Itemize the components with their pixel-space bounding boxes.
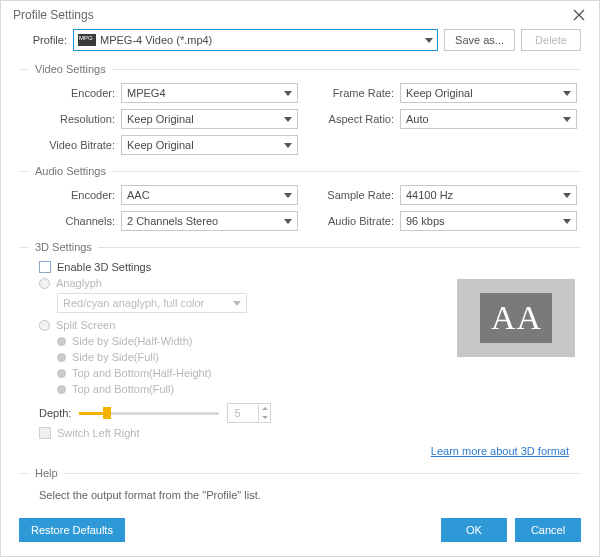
audio-group-title: Audio Settings — [35, 165, 106, 177]
split-opt-sbs-half: Side by Side(Half-Width) — [57, 335, 447, 347]
depth-label: Depth: — [39, 407, 71, 419]
chevron-down-icon — [563, 193, 571, 198]
chevron-down-icon — [284, 117, 292, 122]
depth-spinner: 5 — [227, 403, 271, 423]
profile-selected-text: MPEG-4 Video (*.mp4) — [100, 34, 212, 46]
split-opt-tab-half: Top and Bottom(Half-Height) — [57, 367, 447, 379]
audio-bitrate-label: Audio Bitrate: — [318, 215, 394, 227]
chevron-down-icon — [284, 219, 292, 224]
split-opt-tab-full: Top and Bottom(Full) — [57, 383, 447, 395]
audio-samplerate-label: Sample Rate: — [318, 189, 394, 201]
video-bitrate-select[interactable]: Keep Original — [121, 135, 298, 155]
checkbox-icon — [39, 427, 51, 439]
close-icon[interactable] — [571, 7, 587, 23]
footer: Restore Defaults OK Cancel — [1, 510, 599, 556]
radio-icon — [57, 337, 66, 346]
spinner-down-icon — [259, 413, 270, 422]
split-screen-radio: Split Screen — [39, 319, 447, 331]
audio-bitrate-select[interactable]: 96 kbps — [400, 211, 577, 231]
learn-more-3d-link[interactable]: Learn more about 3D format — [431, 445, 569, 457]
radio-icon — [57, 353, 66, 362]
audio-encoder-label: Encoder: — [39, 189, 115, 201]
cancel-button[interactable]: Cancel — [515, 518, 581, 542]
enable-3d-row[interactable]: Enable 3D Settings — [39, 261, 575, 273]
audio-encoder-select[interactable]: AAC — [121, 185, 298, 205]
radio-icon — [39, 278, 50, 289]
help-text: Select the output format from the "Profi… — [19, 487, 581, 501]
audio-samplerate-select[interactable]: 44100 Hz — [400, 185, 577, 205]
help-group: Help Select the output format from the "… — [19, 467, 581, 501]
delete-button: Delete — [521, 29, 581, 51]
video-encoder-select[interactable]: MPEG4 — [121, 83, 298, 103]
anaglyph-mode-select: Red/cyan anaglyph, full color — [57, 293, 247, 313]
chevron-down-icon — [563, 91, 571, 96]
profile-row: Profile: MPEG-4 Video (*.mp4) Save as...… — [19, 29, 581, 51]
video-resolution-label: Resolution: — [39, 113, 115, 125]
chevron-down-icon — [563, 219, 571, 224]
titlebar: Profile Settings — [1, 1, 599, 29]
radio-icon — [57, 369, 66, 378]
preview-letter-right: A — [517, 301, 542, 335]
video-framerate-select[interactable]: Keep Original — [400, 83, 577, 103]
radio-icon — [39, 320, 50, 331]
video-aspect-label: Aspect Ratio: — [318, 113, 394, 125]
split-opt-sbs-full: Side by Side(Full) — [57, 351, 447, 363]
depth-row: Depth: 5 — [39, 403, 575, 423]
switch-lr-row: Switch Left Right — [39, 427, 575, 439]
restore-defaults-button[interactable]: Restore Defaults — [19, 518, 125, 542]
chevron-down-icon — [284, 91, 292, 96]
chevron-down-icon — [425, 38, 433, 43]
window-title: Profile Settings — [13, 8, 94, 22]
anaglyph-radio: Anaglyph — [39, 277, 447, 289]
threeD-settings-group: 3D Settings Enable 3D Settings Anaglyph — [19, 241, 581, 457]
help-group-title: Help — [35, 467, 58, 479]
video-bitrate-label: Video Bitrate: — [39, 139, 115, 151]
depth-slider[interactable] — [79, 406, 219, 420]
preview-letter-left: A — [491, 301, 516, 335]
video-group-title: Video Settings — [35, 63, 106, 75]
video-framerate-label: Frame Rate: — [318, 87, 394, 99]
spinner-up-icon — [259, 404, 270, 413]
audio-channels-select[interactable]: 2 Channels Stereo — [121, 211, 298, 231]
chevron-down-icon — [233, 301, 241, 306]
threeD-preview: A A — [457, 279, 575, 357]
audio-channels-label: Channels: — [39, 215, 115, 227]
chevron-down-icon — [284, 193, 292, 198]
save-as-button[interactable]: Save as... — [444, 29, 515, 51]
mpeg-icon — [78, 34, 96, 46]
video-encoder-label: Encoder: — [39, 87, 115, 99]
slider-thumb[interactable] — [103, 407, 111, 419]
audio-settings-group: Audio Settings Encoder: AAC Channels: — [19, 165, 581, 231]
content-area: Profile: MPEG-4 Video (*.mp4) Save as...… — [1, 29, 599, 555]
video-settings-group: Video Settings Encoder: MPEG4 Resolution… — [19, 63, 581, 155]
threeD-preview-area: A A — [457, 277, 575, 399]
chevron-down-icon — [563, 117, 571, 122]
checkbox-icon[interactable] — [39, 261, 51, 273]
enable-3d-label: Enable 3D Settings — [57, 261, 151, 273]
profile-settings-dialog: Profile Settings Profile: MPEG-4 Video (… — [0, 0, 600, 557]
ok-button[interactable]: OK — [441, 518, 507, 542]
chevron-down-icon — [284, 143, 292, 148]
video-aspect-select[interactable]: Auto — [400, 109, 577, 129]
profile-select[interactable]: MPEG-4 Video (*.mp4) — [73, 29, 438, 51]
radio-icon — [57, 385, 66, 394]
video-resolution-select[interactable]: Keep Original — [121, 109, 298, 129]
profile-label: Profile: — [19, 34, 67, 46]
threeD-group-title: 3D Settings — [35, 241, 92, 253]
